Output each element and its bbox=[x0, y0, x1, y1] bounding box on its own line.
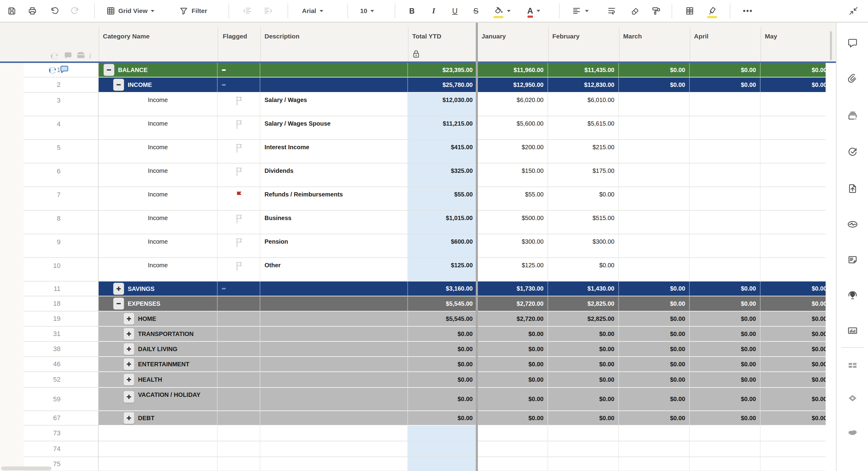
cell-mar[interactable]: $0.00 bbox=[619, 372, 690, 388]
cell-mar[interactable]: $0.00 bbox=[619, 296, 690, 312]
cell-jan[interactable]: $0.00 bbox=[477, 357, 548, 372]
attachments-icon[interactable] bbox=[846, 72, 859, 85]
cell-may[interactable]: $0.00 bbox=[761, 296, 826, 312]
save-button[interactable] bbox=[7, 6, 17, 16]
cell-jan[interactable]: $125.00 bbox=[477, 258, 548, 282]
cell-may[interactable]: $0.00 bbox=[761, 388, 826, 411]
fill-color-button[interactable] bbox=[493, 6, 510, 16]
cell-may[interactable]: $0.00 bbox=[761, 326, 826, 342]
cell-mar[interactable] bbox=[619, 441, 690, 457]
cell-apr[interactable] bbox=[690, 457, 761, 471]
cell-feb[interactable]: $0.00 bbox=[548, 187, 619, 211]
cell-category[interactable]: Income bbox=[99, 140, 218, 163]
update-requests-icon[interactable] bbox=[846, 146, 859, 159]
strikethrough-button[interactable]: S bbox=[473, 7, 478, 15]
row-number[interactable]: 31 bbox=[24, 330, 61, 338]
cell-flagged[interactable] bbox=[218, 312, 260, 326]
cell-ytd[interactable] bbox=[408, 441, 477, 457]
expand-row-button[interactable] bbox=[123, 328, 134, 340]
cell-ytd[interactable]: $25,780.00 bbox=[408, 77, 477, 93]
cell-mar[interactable] bbox=[619, 116, 690, 140]
connections-icon[interactable] bbox=[846, 289, 859, 303]
cell-flagged[interactable] bbox=[218, 457, 260, 471]
font-family-select[interactable]: Arial bbox=[302, 7, 323, 14]
cell-jan[interactable]: $6,020.00 bbox=[477, 93, 548, 116]
cell-jan[interactable]: $0.00 bbox=[477, 388, 548, 411]
cell-feb[interactable]: $0.00 bbox=[548, 411, 619, 426]
cell-flagged[interactable] bbox=[218, 187, 260, 211]
cell-mar[interactable]: $0.00 bbox=[619, 342, 690, 357]
cell-apr[interactable]: $0.00 bbox=[690, 342, 761, 357]
clear-format-button[interactable] bbox=[629, 6, 640, 16]
cell-mar[interactable]: $0.00 bbox=[619, 312, 690, 326]
cell-ytd[interactable]: $0.00 bbox=[408, 372, 477, 388]
row-number[interactable]: 3 bbox=[24, 97, 61, 104]
cell-may[interactable]: $0.00 bbox=[761, 342, 826, 357]
cell-flagged[interactable] bbox=[218, 77, 260, 93]
flag-icon[interactable] bbox=[235, 167, 243, 186]
cell-description[interactable] bbox=[260, 312, 408, 326]
cell-description[interactable] bbox=[260, 457, 408, 471]
cell-may[interactable] bbox=[761, 93, 826, 116]
cell-feb[interactable] bbox=[548, 426, 619, 441]
cell-flagged[interactable] bbox=[218, 441, 260, 457]
cell-ytd[interactable]: $12,030.00 bbox=[408, 93, 477, 116]
cell-apr[interactable] bbox=[690, 93, 761, 116]
italic-button[interactable]: I bbox=[432, 7, 435, 15]
cell-flagged[interactable] bbox=[218, 326, 260, 342]
row-number[interactable]: 38 bbox=[24, 345, 61, 353]
row-number[interactable]: 5 bbox=[24, 144, 61, 152]
cell-flagged[interactable] bbox=[218, 426, 260, 441]
cell-apr[interactable] bbox=[690, 426, 761, 441]
activity-log-icon[interactable] bbox=[846, 218, 859, 231]
cell-feb[interactable]: $0.00 bbox=[548, 357, 619, 372]
expand-row-button[interactable] bbox=[123, 374, 134, 386]
underline-button[interactable]: U bbox=[452, 7, 458, 15]
cell-category[interactable]: ENTERTAINMENT bbox=[99, 357, 218, 372]
text-color-button[interactable]: A bbox=[527, 6, 540, 16]
cell-category[interactable]: Income bbox=[99, 93, 218, 116]
cell-category[interactable]: HOME bbox=[99, 312, 218, 326]
cell-description[interactable]: Salary / Wages Spouse bbox=[260, 116, 408, 140]
cell-feb[interactable]: $5,615.00 bbox=[548, 116, 619, 140]
cell-mar[interactable]: $0.00 bbox=[619, 282, 690, 296]
cell-category[interactable]: Income bbox=[99, 234, 218, 258]
cell-category[interactable]: VACATION / HOLIDAY bbox=[99, 388, 218, 411]
wrap-text-button[interactable] bbox=[607, 6, 617, 16]
cell-jan[interactable]: $500.00 bbox=[477, 211, 548, 234]
cell-jan[interactable]: $0.00 bbox=[477, 342, 548, 357]
row-number[interactable]: 9 bbox=[24, 238, 61, 246]
cell-apr[interactable] bbox=[690, 163, 761, 187]
sheet-summary-icon[interactable] bbox=[846, 253, 859, 267]
cell-feb[interactable]: $11,435.00 bbox=[548, 63, 619, 77]
flag-icon[interactable] bbox=[235, 238, 243, 257]
cell-apr[interactable]: $0.00 bbox=[690, 372, 761, 388]
cell-flagged[interactable] bbox=[218, 63, 260, 77]
cell-apr[interactable] bbox=[690, 258, 761, 282]
expand-row-button[interactable] bbox=[123, 358, 134, 370]
cell-may[interactable]: $0.00 bbox=[761, 372, 826, 388]
cell-may[interactable] bbox=[761, 187, 826, 211]
cell-feb[interactable]: $215.00 bbox=[548, 140, 619, 163]
cell-feb[interactable]: $0.00 bbox=[548, 342, 619, 357]
column-header-ytd[interactable]: Total YTD bbox=[412, 33, 441, 40]
cell-description[interactable] bbox=[260, 282, 408, 296]
cell-category[interactable] bbox=[99, 441, 218, 457]
cell-feb[interactable] bbox=[548, 457, 619, 471]
cell-may[interactable] bbox=[761, 211, 826, 234]
row-number[interactable]: 8 bbox=[24, 215, 61, 222]
cell-jan[interactable]: $5,600.00 bbox=[477, 116, 548, 140]
cell-description[interactable] bbox=[260, 426, 408, 441]
publish-icon[interactable] bbox=[846, 183, 859, 196]
row-number[interactable]: 46 bbox=[24, 360, 61, 368]
flag-icon[interactable] bbox=[235, 96, 243, 116]
cell-apr[interactable]: $0.00 bbox=[690, 296, 761, 312]
cell-feb[interactable]: $515.00 bbox=[548, 211, 619, 234]
cell-may[interactable] bbox=[761, 163, 826, 187]
attachment-icon[interactable]: ℮ bbox=[49, 65, 57, 75]
cell-apr[interactable] bbox=[690, 187, 761, 211]
cell-mar[interactable]: $0.00 bbox=[619, 63, 690, 77]
expand-row-button[interactable] bbox=[113, 283, 124, 295]
cell-may[interactable]: $0.00 bbox=[761, 411, 826, 426]
cell-apr[interactable] bbox=[690, 140, 761, 163]
